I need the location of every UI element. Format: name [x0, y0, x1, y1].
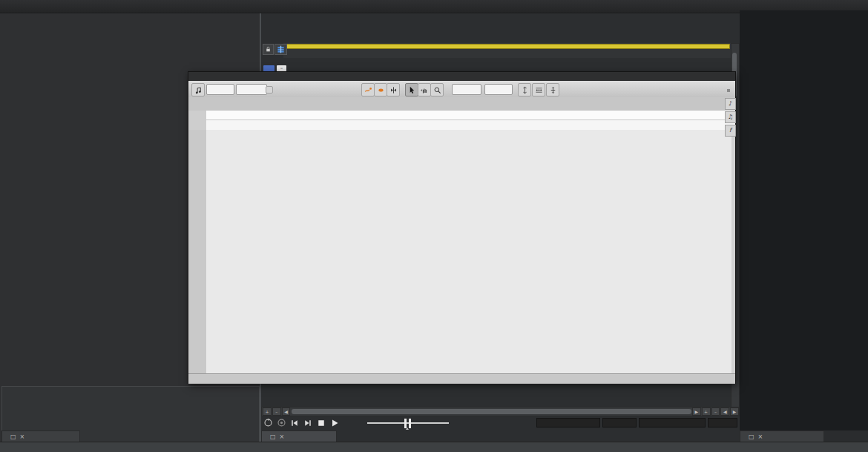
- app-toolbar: [0, 0, 868, 13]
- pitch-ruler[interactable]: [188, 130, 207, 373]
- dynamics-button[interactable]: f: [725, 125, 736, 137]
- melodyne-menubar: [188, 72, 735, 81]
- tab-channel-meters[interactable]: □ ×: [740, 430, 824, 442]
- note-editor[interactable]: [206, 130, 731, 373]
- arrow-tool[interactable]: [405, 83, 418, 96]
- popout-icon[interactable]: □: [270, 433, 276, 440]
- toolbar-options-dot[interactable]: [727, 89, 730, 92]
- note-separator-tool[interactable]: [387, 83, 400, 96]
- grid-snap-button[interactable]: [532, 83, 545, 96]
- stop-button[interactable]: [316, 418, 326, 428]
- cents-field[interactable]: [484, 84, 513, 95]
- selection-band[interactable]: [284, 44, 730, 49]
- go-to-start-button[interactable]: [289, 418, 300, 428]
- close-icon[interactable]: ×: [20, 433, 25, 440]
- tab-file[interactable]: □ ×: [261, 430, 337, 442]
- close-icon[interactable]: ×: [758, 433, 763, 440]
- popout-icon[interactable]: □: [749, 433, 754, 440]
- time-extra: [602, 418, 637, 428]
- close-icon[interactable]: ×: [280, 433, 285, 440]
- play-button[interactable]: [329, 418, 340, 428]
- melodyne-bar-ruler[interactable]: [188, 97, 735, 111]
- chord-row[interactable]: [206, 120, 735, 131]
- h-scroll-right-2[interactable]: ▶: [730, 407, 739, 416]
- scale-row[interactable]: [206, 111, 735, 120]
- note-view-button[interactable]: ♪: [725, 98, 736, 110]
- h-zoom-in-2[interactable]: +: [702, 407, 711, 416]
- note-assignment-tool[interactable]: [191, 83, 205, 96]
- melodyne-window: 𝄞︎ ♪ ♫ f: [188, 71, 736, 384]
- melodyne-overview-strip[interactable]: [188, 373, 735, 384]
- go-to-end-button[interactable]: [303, 418, 313, 428]
- time-total: [639, 418, 706, 428]
- track-overview[interactable]: [263, 15, 737, 43]
- melodyne-gutter: [188, 111, 207, 130]
- app-window: { "app_toolbar": { "show_me_how": "Show …: [0, 0, 868, 452]
- h-scroll-left-2[interactable]: ◀: [720, 407, 729, 416]
- loop-icon[interactable]: [263, 418, 273, 428]
- rate-slider[interactable]: [367, 417, 449, 430]
- channel-select-button[interactable]: [274, 44, 287, 55]
- waveform-top[interactable]: [283, 58, 731, 71]
- channel-meters-panel: [740, 10, 868, 430]
- time-snap-button[interactable]: [546, 83, 559, 96]
- note-blob-tool[interactable]: [374, 83, 387, 96]
- waveform-bottom[interactable]: [283, 382, 731, 407]
- key-select[interactable]: [206, 84, 234, 95]
- status-bar: [0, 442, 868, 452]
- channels-icon: [277, 45, 285, 53]
- h-scroll-thumb[interactable]: [292, 409, 691, 414]
- h-zoom-out[interactable]: –: [272, 407, 281, 416]
- tempo-field[interactable]: [236, 84, 267, 95]
- zoom-tool[interactable]: [430, 83, 444, 96]
- h-scroll-right[interactable]: ▶: [692, 407, 701, 416]
- h-zoom-in[interactable]: +: [263, 407, 272, 416]
- pitch-curve-tool[interactable]: [361, 83, 375, 96]
- loop-selection-icon[interactable]: [276, 418, 286, 428]
- h-zoom-out-2[interactable]: –: [711, 407, 720, 416]
- tempo-options-button[interactable]: [266, 86, 273, 94]
- time-ratio: [708, 418, 737, 428]
- h-scroll-left[interactable]: ◀: [282, 407, 291, 416]
- hand-tool[interactable]: [418, 83, 431, 96]
- lock-icon: [265, 46, 272, 53]
- melodyne-toolbar: [188, 81, 735, 98]
- chord-view-button[interactable]: ♫: [725, 111, 736, 123]
- time-current: [536, 418, 600, 428]
- lock-button[interactable]: [263, 44, 274, 55]
- tab-instant-action[interactable]: □ ×: [1, 430, 80, 442]
- pitch-field[interactable]: [452, 84, 481, 95]
- popout-icon[interactable]: □: [10, 433, 16, 440]
- pitch-snap-button[interactable]: [518, 83, 531, 96]
